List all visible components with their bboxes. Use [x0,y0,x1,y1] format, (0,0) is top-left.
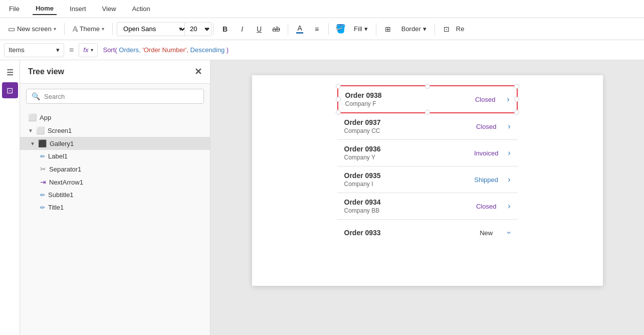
font-select[interactable]: Open Sans [117,22,187,36]
gallery-row-0933[interactable]: Order 0933 New › [337,220,518,246]
fill-button[interactable]: Fill ▾ [350,23,372,35]
theme-button[interactable]: 𝔸 Theme ▾ [69,23,108,35]
fx-button[interactable]: fx ▾ [79,43,98,57]
order-0938-chevron-icon[interactable]: › [507,95,509,104]
fx-label: fx [83,46,88,54]
property-selector[interactable]: Items ▾ [4,43,64,57]
formula-descending-arg: Descending [190,46,225,54]
tree-item-nextarrow1[interactable]: ⇥ NextArrow1 [20,176,210,189]
handle-ml[interactable] [336,97,341,102]
order-0938-company: Company F [345,100,464,107]
screen-icon: ⬜ [36,126,45,134]
tree-item-separator1[interactable]: ✂ Separator1 [20,162,210,176]
menu-home[interactable]: Home [33,3,57,15]
search-icon: 🔍 [32,92,40,100]
screen1-chevron-icon: ▼ [28,128,33,133]
nextarrow-icon: ⇥ [40,178,46,186]
order-0937-title: Order 0937 [344,118,465,126]
formula-display[interactable]: Sort( Orders, 'Order Number', Descending… [98,46,640,54]
subtitle-icon: ✏ [40,192,45,199]
order-0933-chevron-icon[interactable]: › [505,231,514,234]
handle-tr[interactable] [514,84,519,89]
property-chevron-icon: ▾ [56,46,60,54]
new-screen-label: New screen [17,25,52,33]
layers-icon[interactable]: ⊡ [2,82,18,98]
label-icon: ✏ [40,153,45,160]
bold-button[interactable]: B [218,22,233,36]
row-0936-content: Order 0936 Company Y [344,145,465,161]
tree-close-button[interactable]: ✕ [194,66,202,77]
border-icon[interactable]: ⊞ [380,22,395,36]
order-0936-chevron-icon[interactable]: › [508,148,510,157]
gallery-row-0934[interactable]: Order 0934 Company BB Closed › [337,193,518,220]
font-size-select[interactable]: 20 [184,22,211,36]
order-0934-chevron-icon[interactable]: › [508,202,510,211]
tree-item-nextarrow1-label: NextArrow1 [49,179,83,186]
tree-item-app-label: App [40,114,51,121]
tree-item-subtitle1[interactable]: ✏ Subtitle1 [20,189,210,201]
formula-close: ) [227,46,229,54]
order-0934-status: Closed [469,203,504,210]
chevron-down-icon: ▾ [54,26,56,32]
tree-item-subtitle1-label: Subtitle1 [48,191,74,199]
order-0935-status: Shipped [469,176,504,184]
tree-item-gallery1[interactable]: ▼ ⬛ Gallery1 [20,137,210,150]
border-label: Border [401,25,421,33]
gallery-row-0936[interactable]: Order 0936 Company Y Invoiced › [337,140,518,166]
gallery1-chevron-icon: ▼ [30,141,35,146]
paint-bucket-icon[interactable]: 🪣 [333,22,348,36]
fill-chevron-icon: ▾ [364,25,368,33]
canvas-container: Order 0938 Company F Closed › Order 0937… [252,75,603,286]
resize-icon[interactable]: ⊡ [439,22,454,36]
formula-bar: Items ▾ = fx ▾ Sort( Orders, 'Order Numb… [0,40,644,60]
handle-mr[interactable] [514,97,519,102]
canvas-area[interactable]: Order 0938 Company F Closed › Order 0937… [210,60,644,335]
order-0936-title: Order 0936 [344,145,465,153]
gallery-widget: Order 0938 Company F Closed › Order 0937… [337,85,518,246]
handle-tc[interactable] [425,84,430,89]
order-0935-title: Order 0935 [344,172,465,180]
order-0934-company: Company BB [344,207,465,214]
menu-action[interactable]: Action [129,3,153,15]
order-0934-title: Order 0934 [344,198,465,206]
menu-bar: File Home Insert View Action [0,0,644,18]
border-chevron-icon: ▾ [423,25,426,33]
align-button[interactable]: ≡ [309,22,324,36]
border-button[interactable]: Border ▾ [397,23,431,35]
hamburger-menu-icon[interactable]: ☰ [2,64,18,80]
theme-icon: 𝔸 [73,25,78,33]
handle-tl[interactable] [336,84,341,89]
separator-4 [288,23,288,35]
underline-button[interactable]: U [252,22,267,36]
gallery-row-0938[interactable]: Order 0938 Company F Closed › [337,85,518,113]
order-0937-status: Closed [469,123,504,130]
font-color-button[interactable]: A [292,22,307,36]
tree-item-screen1-label: Screen1 [48,127,72,134]
row-0933-content: Order 0933 [344,229,465,237]
separator-2 [112,23,113,35]
tree-item-title1[interactable]: ✏ Title1 [20,201,210,214]
tree-item-app[interactable]: ⬜ App [20,111,210,124]
tree-item-screen1[interactable]: ▼ ⬜ Screen1 [20,124,210,137]
order-0933-title: Order 0933 [344,229,465,237]
order-0935-chevron-icon[interactable]: › [508,175,510,184]
separator-icon: ✂ [40,165,46,173]
row-0937-content: Order 0937 Company CC [344,118,465,134]
menu-file[interactable]: File [6,3,23,15]
search-input[interactable] [44,93,198,100]
search-box[interactable]: 🔍 [26,89,204,104]
order-0937-chevron-icon[interactable]: › [508,122,510,131]
tree-items: ⬜ App ▼ ⬜ Screen1 ▼ ⬛ Gallery1 ✏ Label1 [20,109,210,335]
tree-view-title: Tree view [28,67,64,76]
menu-view[interactable]: View [99,3,119,15]
gallery-row-0937[interactable]: Order 0937 Company CC Closed › [337,113,518,140]
menu-insert[interactable]: Insert [67,3,89,15]
italic-button[interactable]: I [235,22,250,36]
gallery-row-0935[interactable]: Order 0935 Company I Shipped › [337,166,518,193]
gallery-icon: ⬛ [38,139,47,147]
chevron-down-icon-2: ▾ [102,26,104,32]
new-screen-button[interactable]: ▭ New screen ▾ [4,23,60,36]
strikethrough-button[interactable]: ab [269,22,284,36]
tree-item-label1[interactable]: ✏ Label1 [20,150,210,162]
app-icon: ⬜ [28,113,37,121]
